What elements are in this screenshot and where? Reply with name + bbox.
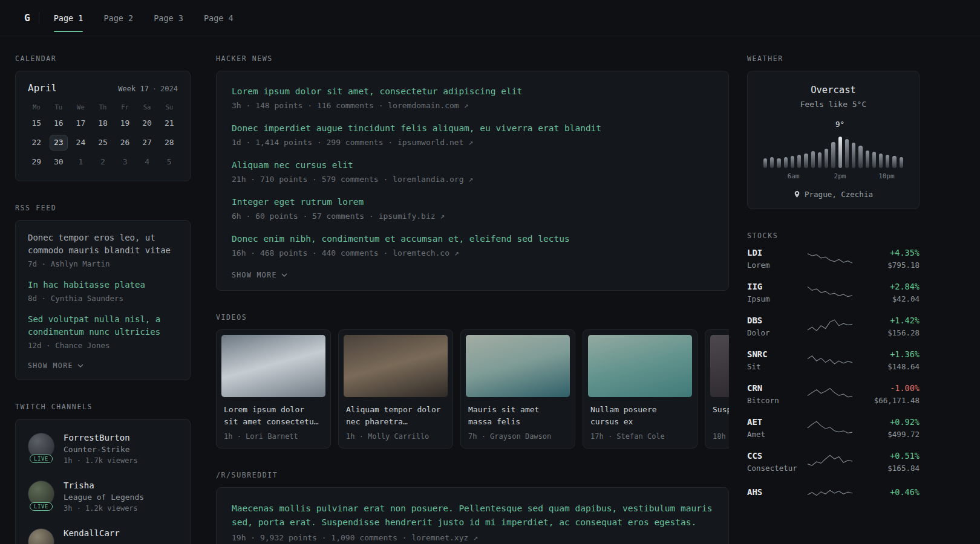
nav-tab[interactable]: Page 2 [103, 0, 133, 36]
channel-avatar-wrap: LIVE [28, 481, 54, 507]
rss-item-title[interactable]: In hac habitasse platea [28, 279, 178, 291]
hn-item-title[interactable]: Lorem ipsum dolor sit amet, consectetur … [232, 85, 713, 98]
calendar-day[interactable]: 23 [50, 135, 68, 151]
calendar-day[interactable]: 2 [94, 154, 112, 170]
subreddit-post: Maecenas mollis pulvinar erat non posuer… [232, 502, 713, 542]
channel-name[interactable]: ForrestBurton [64, 433, 138, 442]
stock-ticker: CRN [747, 383, 799, 393]
subreddit-card: Maecenas mollis pulvinar erat non posuer… [216, 487, 729, 544]
rss-list: Donec tempor eros leo, ut commodo mauris… [28, 232, 178, 350]
calendar-week-label: Week 17 [118, 85, 149, 93]
stock-price: $42.04 [860, 294, 920, 303]
calendar-day[interactable]: 15 [27, 115, 45, 131]
weather-hour-bar [845, 139, 849, 168]
calendar-widget: CALENDAR April Week 17·2024 MoTuWeThFrSa… [15, 54, 191, 181]
stock-ticker: SNRC [747, 349, 799, 359]
calendar-day[interactable]: 5 [160, 154, 178, 170]
video-title[interactable]: Mauris sit amet massa felis [466, 404, 570, 428]
channel-info: Trisha League of Legends 3h · 1.2k viewe… [64, 481, 144, 513]
chevron-down-icon [77, 364, 83, 368]
calendar-day[interactable]: 16 [50, 115, 68, 131]
calendar-day[interactable]: 17 [71, 115, 90, 131]
hn-item-meta: 3h · 148 points · 116 comments · loremdo… [232, 101, 713, 110]
weather-widget-title: WEATHER [747, 54, 920, 63]
rss-show-more-button[interactable]: SHOW MORE [28, 360, 83, 370]
weather-hour-bar [892, 156, 896, 168]
hackernews-widget-title: HACKER NEWS [216, 54, 729, 63]
weather-hourly-chart[interactable]: 9° [763, 121, 903, 168]
subreddit-post-title[interactable]: Maecenas mollis pulvinar erat non posuer… [232, 502, 713, 529]
video-meta: 17h · Stefan Cole [588, 432, 692, 441]
rss-widget-title: RSS FEED [15, 204, 191, 212]
nav-tab[interactable]: Page 1 [54, 0, 83, 36]
stock-row[interactable]: DBS Dolor +1.42% $156.28 [747, 316, 920, 337]
calendar-day[interactable]: 26 [116, 135, 134, 151]
weather-hour-bar [825, 149, 828, 168]
channel-name[interactable]: KendallCarr [64, 528, 120, 538]
stock-sparkline [799, 250, 860, 267]
stock-row[interactable]: SNRC Sit +1.36% $148.64 [747, 349, 920, 371]
rss-item-title[interactable]: Sed volutpat nulla nisl, a condimentum n… [28, 313, 178, 338]
channel-name[interactable]: Trisha [64, 481, 144, 490]
calendar-day[interactable]: 3 [116, 154, 134, 170]
stock-name: Ipsum [747, 294, 799, 303]
hackernews-widget: HACKER NEWS Lorem ipsum dolor sit amet, … [216, 54, 729, 291]
calendar-day[interactable]: 18 [94, 115, 112, 131]
calendar-day[interactable]: 25 [94, 135, 112, 151]
hn-item: Donec enim nibh, condimentum et accumsan… [232, 233, 713, 257]
calendar-day[interactable]: 24 [71, 135, 90, 151]
stock-row[interactable]: CRN Bitcorn -1.00% $66,171.48 [747, 383, 920, 405]
calendar-day[interactable]: 27 [138, 135, 156, 151]
hackernews-show-more-button[interactable]: SHOW MORE [232, 270, 287, 279]
hn-item-title[interactable]: Donec imperdiet augue tincidunt felis al… [232, 122, 713, 135]
rss-item-meta: 8d · Cynthia Saunders [28, 294, 178, 303]
app-logo[interactable]: G [24, 12, 30, 24]
stock-values: +0.92% $499.72 [860, 417, 920, 439]
stock-row[interactable]: IIG Ipsum +2.84% $42.04 [747, 282, 920, 303]
separator-dot: · [152, 85, 157, 93]
stock-name: Dolor [747, 328, 799, 337]
calendar-day[interactable]: 1 [71, 154, 90, 170]
calendar-day[interactable]: 19 [116, 115, 134, 131]
hn-item-title[interactable]: Integer eget rutrum lorem [232, 196, 713, 209]
video-card[interactable]: Lorem ipsum dolor sit amet consectetu… 1… [216, 329, 331, 448]
calendar-day[interactable]: 20 [138, 115, 156, 131]
stock-row[interactable]: AET Amet +0.92% $499.72 [747, 417, 920, 439]
video-card[interactable]: Nullam posuere cursus ex 17h · Stefan Co… [583, 329, 697, 448]
stock-values: +0.51% $165.84 [860, 451, 920, 473]
video-meta: 18h · Tara [710, 432, 729, 441]
stock-info: LDI Lorem [747, 248, 799, 270]
calendar-day[interactable]: 4 [138, 154, 156, 170]
stock-row[interactable]: AHS +0.46% [747, 485, 920, 502]
hn-item-title[interactable]: Aliquam nec cursus elit [232, 159, 713, 172]
stock-values: +1.42% $156.28 [860, 316, 920, 337]
stock-ticker: LDI [747, 248, 799, 257]
hn-item-title[interactable]: Donec enim nibh, condimentum et accumsan… [232, 233, 713, 245]
calendar-header: April Week 17·2024 [25, 81, 180, 103]
video-title[interactable]: Nullam posuere cursus ex [588, 404, 692, 428]
video-title[interactable]: Aliquam tempor dolor nec pharetra… [344, 404, 448, 428]
calendar-day[interactable]: 28 [160, 135, 178, 151]
stock-row[interactable]: LDI Lorem +4.35% $795.18 [747, 248, 920, 270]
video-title[interactable]: Lorem ipsum dolor sit amet consectetu… [221, 404, 325, 428]
stocks-widget-title: STOCKS [747, 232, 920, 240]
weather-hour-bar [777, 158, 780, 168]
calendar-day[interactable]: 29 [27, 154, 45, 170]
nav-tab-label: Page 2 [103, 13, 133, 23]
nav-tab[interactable]: Page 4 [204, 0, 234, 36]
video-card[interactable]: Suspendisse diam 18h · Tara [705, 329, 729, 448]
rss-item-title[interactable]: Donec tempor eros leo, ut commodo mauris… [28, 232, 178, 257]
rss-item: Sed volutpat nulla nisl, a condimentum n… [28, 313, 178, 350]
video-card[interactable]: Mauris sit amet massa felis 7h · Grayson… [460, 329, 575, 448]
calendar-day[interactable]: 21 [160, 115, 178, 131]
calendar-day[interactable]: 30 [50, 154, 68, 170]
nav-tab[interactable]: Page 3 [154, 0, 183, 36]
video-title[interactable]: Suspendisse diam [710, 404, 729, 416]
video-card[interactable]: Aliquam tempor dolor nec pharetra… 1h · … [338, 329, 453, 448]
stock-change: +1.42% [860, 316, 920, 325]
weather-hour-bar [763, 158, 767, 168]
stock-name: Sit [747, 362, 799, 371]
calendar-day[interactable]: 22 [27, 135, 45, 151]
calendar-dow-label: Fr [114, 103, 136, 115]
stock-row[interactable]: CCS Consectetur +0.51% $165.84 [747, 451, 920, 473]
